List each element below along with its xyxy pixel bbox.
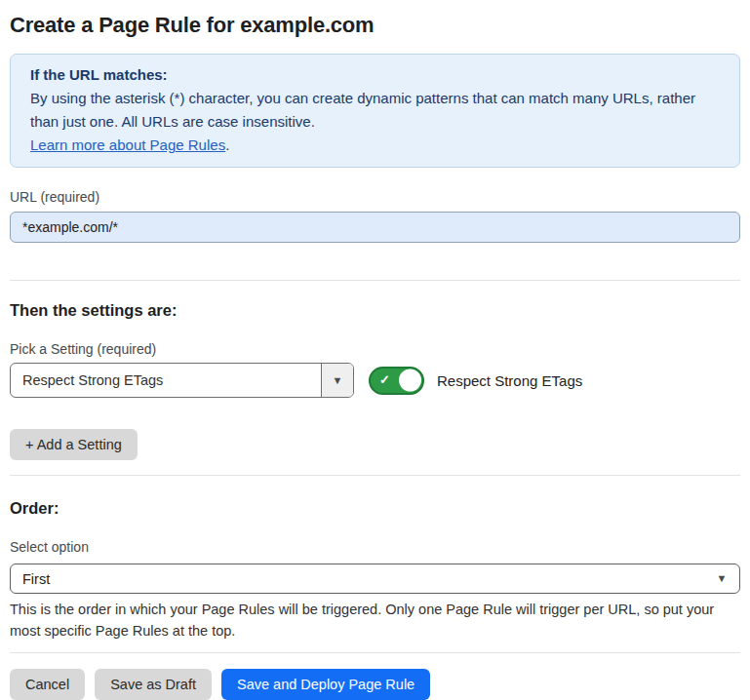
check-icon: ✓ <box>379 372 390 387</box>
setting-row: Respect Strong ETags ▼ ✓ Respect Strong … <box>10 363 740 398</box>
order-select[interactable]: First ▼ <box>10 564 740 594</box>
order-section-heading: Order: <box>10 498 740 518</box>
divider <box>10 475 740 476</box>
link-period: . <box>225 136 229 153</box>
order-select-label: Select option <box>10 538 740 556</box>
info-box-heading: If the URL matches: <box>30 63 720 87</box>
cancel-button[interactable]: Cancel <box>10 669 85 700</box>
save-and-deploy-button[interactable]: Save and Deploy Page Rule <box>221 669 430 700</box>
save-as-draft-button[interactable]: Save as Draft <box>95 669 212 700</box>
settings-section-heading: Then the settings are: <box>10 300 740 320</box>
setting-select-value: Respect Strong ETags <box>11 364 321 397</box>
order-select-arrow: ▼ <box>704 564 739 593</box>
chevron-down-icon: ▼ <box>333 375 343 386</box>
create-page-rule-form: Create a Page Rule for example.com If th… <box>0 0 750 700</box>
info-box-link-line: Learn more about Page Rules. <box>30 134 720 157</box>
setting-select-arrow-button[interactable]: ▼ <box>321 364 353 397</box>
page-title: Create a Page Rule for example.com <box>10 12 740 39</box>
order-help-text: This is the order in which your Page Rul… <box>10 599 740 642</box>
info-box-body: By using the asterisk (*) character, you… <box>30 87 720 134</box>
url-match-info-box: If the URL matches: By using the asteris… <box>10 54 740 168</box>
respect-strong-etags-toggle[interactable]: ✓ <box>369 367 424 395</box>
divider <box>10 652 740 653</box>
toggle-knob <box>399 369 421 392</box>
pick-setting-label: Pick a Setting (required) <box>10 340 740 358</box>
url-input[interactable] <box>10 212 740 243</box>
toggle-label: Respect Strong ETags <box>437 372 582 389</box>
learn-more-link[interactable]: Learn more about Page Rules <box>30 136 225 153</box>
url-field-label: URL (required) <box>10 188 740 206</box>
chevron-down-icon: ▼ <box>717 573 728 584</box>
order-select-value: First <box>11 564 704 593</box>
setting-select[interactable]: Respect Strong ETags ▼ <box>10 363 354 398</box>
form-actions: Cancel Save as Draft Save and Deploy Pag… <box>10 669 740 700</box>
divider <box>10 280 740 281</box>
add-setting-button[interactable]: + Add a Setting <box>10 429 138 460</box>
